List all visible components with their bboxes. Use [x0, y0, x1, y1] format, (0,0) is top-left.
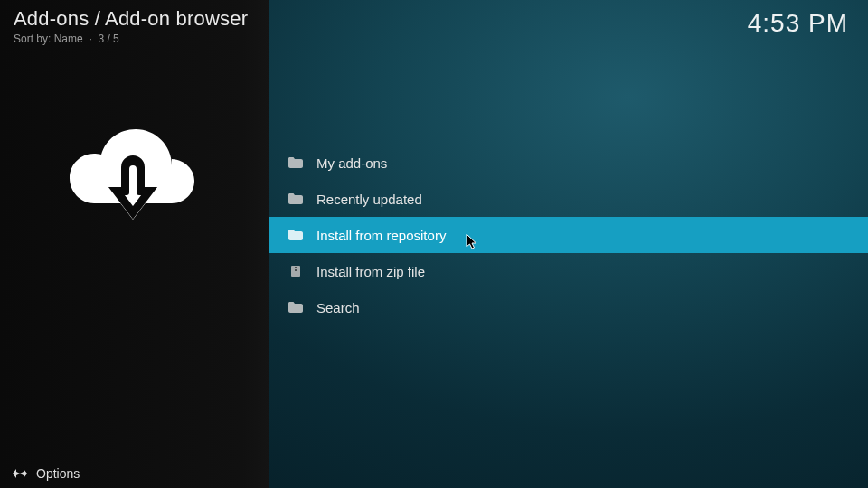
svg-rect-1: [295, 267, 297, 268]
clock: 4:53 PM: [748, 9, 848, 38]
folder-icon: [288, 229, 304, 241]
addon-browser-hero-icon: [65, 113, 201, 239]
list-item-label: Install from repository: [316, 228, 446, 243]
options-button[interactable]: Options: [0, 459, 269, 488]
options-icon: [13, 467, 27, 480]
list-position: 3 / 5: [98, 33, 118, 45]
breadcrumb: Add-ons / Add-on browser: [14, 7, 248, 31]
list-item-install-from-repository[interactable]: Install from repository: [269, 217, 868, 253]
sort-label: Sort by: Name: [14, 33, 83, 45]
list-item-install-from-zip[interactable]: Install from zip file: [269, 253, 868, 289]
addon-list: My add-ons Recently updated Install from…: [269, 145, 868, 325]
header: Add-ons / Add-on browser Sort by: Name ·…: [14, 7, 248, 45]
list-item-label: Install from zip file: [316, 264, 425, 279]
list-item-label: Search: [316, 300, 360, 315]
options-label: Options: [36, 466, 80, 481]
folder-icon: [288, 192, 304, 205]
zip-file-icon: [288, 265, 304, 277]
list-item-my-addons[interactable]: My add-ons: [269, 145, 868, 181]
list-item-label: My add-ons: [316, 155, 387, 171]
sidebar-panel: [0, 0, 269, 488]
folder-icon: [288, 301, 304, 314]
folder-icon: [288, 156, 304, 169]
dot-separator: ·: [89, 33, 91, 45]
list-item-recently-updated[interactable]: Recently updated: [269, 181, 868, 217]
svg-rect-2: [295, 269, 297, 271]
sort-info: Sort by: Name · 3 / 5: [14, 33, 248, 45]
list-item-search[interactable]: Search: [269, 289, 868, 325]
list-item-label: Recently updated: [316, 192, 422, 207]
